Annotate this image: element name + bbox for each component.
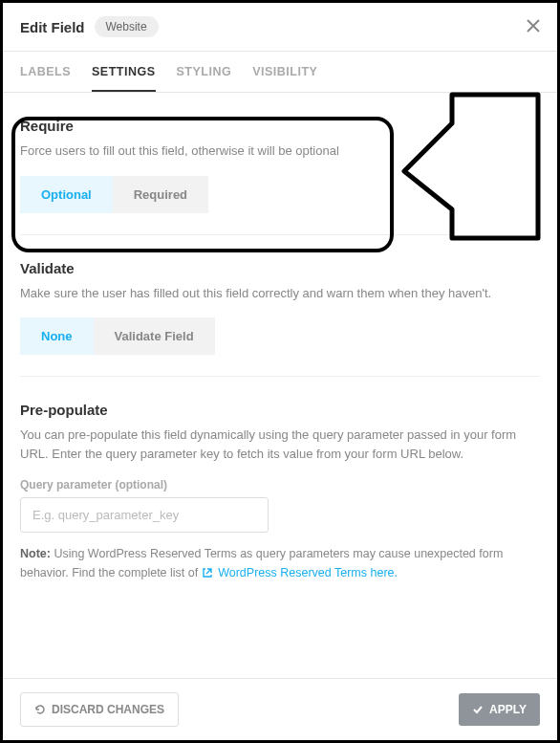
- validate-toggle-group: None Validate Field: [20, 317, 540, 355]
- dialog-footer: DISCARD CHANGES APPLY: [3, 678, 557, 740]
- tab-styling[interactable]: STYLING: [177, 52, 232, 92]
- validate-section: Validate Make sure the user has filled o…: [20, 235, 540, 378]
- apply-button[interactable]: APPLY: [459, 693, 540, 726]
- require-required-button[interactable]: Required: [113, 176, 208, 213]
- discard-label: DISCARD CHANGES: [52, 703, 164, 716]
- prepopulate-title: Pre-populate: [20, 402, 540, 418]
- apply-label: APPLY: [489, 703, 527, 716]
- prepopulate-section: Pre-populate You can pre-populate this f…: [20, 377, 540, 603]
- require-optional-button[interactable]: Optional: [20, 176, 113, 213]
- query-param-input[interactable]: [20, 497, 269, 533]
- external-link-icon: [202, 567, 213, 579]
- close-icon[interactable]: [527, 18, 540, 35]
- reserved-terms-link[interactable]: WordPress Reserved Terms here.: [202, 566, 398, 579]
- tab-labels[interactable]: LABELS: [20, 52, 71, 92]
- dialog-header: Edit Field Website: [3, 3, 557, 52]
- tabs: LABELS SETTINGS STYLING VISIBILITY: [3, 52, 557, 93]
- dialog-title: Edit Field: [20, 19, 85, 35]
- query-param-label: Query parameter (optional): [20, 478, 540, 492]
- content: Require Force users to fill out this fie…: [3, 93, 557, 603]
- validate-field-button[interactable]: Validate Field: [94, 317, 215, 355]
- undo-icon: [34, 704, 46, 715]
- validate-desc: Make sure the user has filled out this f…: [20, 284, 540, 303]
- note-prefix: Note:: [20, 547, 51, 560]
- tab-visibility[interactable]: VISIBILITY: [252, 52, 317, 92]
- reserved-terms-link-text: WordPress Reserved Terms here.: [218, 566, 398, 579]
- require-desc: Force users to fill out this field, othe…: [20, 142, 540, 161]
- require-toggle-group: Optional Required: [20, 176, 540, 213]
- validate-title: Validate: [20, 260, 540, 276]
- tab-settings[interactable]: SETTINGS: [92, 52, 156, 92]
- validate-none-button[interactable]: None: [20, 317, 94, 355]
- check-icon: [472, 704, 484, 715]
- prepopulate-note: Note: Using WordPress Reserved Terms as …: [20, 544, 540, 582]
- discard-button[interactable]: DISCARD CHANGES: [20, 692, 179, 727]
- require-section: Require Force users to fill out this fie…: [20, 93, 540, 235]
- require-title: Require: [20, 118, 540, 134]
- prepopulate-desc: You can pre-populate this field dynamica…: [20, 426, 540, 463]
- field-type-badge: Website: [95, 16, 159, 37]
